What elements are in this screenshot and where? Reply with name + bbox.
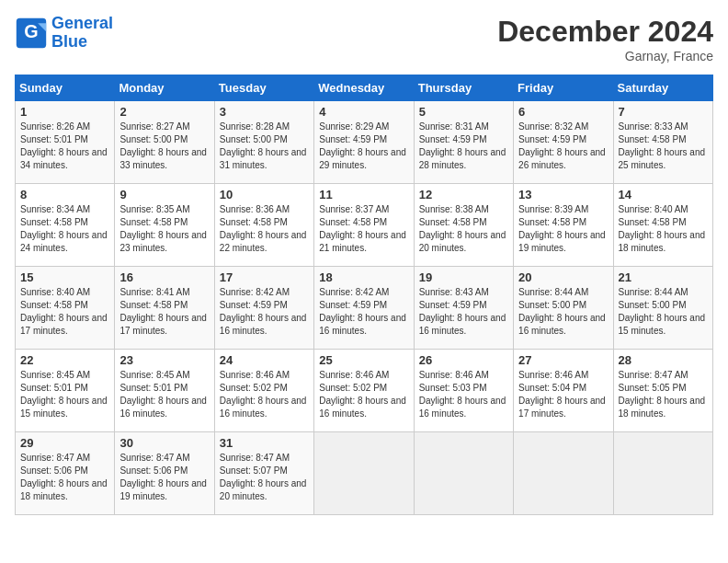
logo-icon: G (15, 17, 48, 50)
calendar-cell: 8 Sunrise: 8:34 AM Sunset: 4:58 PM Dayli… (16, 184, 115, 267)
day-info: Sunrise: 8:46 AM Sunset: 5:03 PM Dayligh… (419, 369, 508, 420)
day-info: Sunrise: 8:40 AM Sunset: 4:58 PM Dayligh… (619, 203, 708, 255)
day-number: 25 (319, 353, 408, 367)
day-info: Sunrise: 8:28 AM Sunset: 5:00 PM Dayligh… (220, 121, 309, 172)
day-info: Sunrise: 8:38 AM Sunset: 4:58 PM Dayligh… (419, 203, 508, 255)
day-number: 8 (20, 188, 109, 201)
calendar-table: SundayMondayTuesdayWednesdayThursdayFrid… (15, 75, 713, 515)
day-info: Sunrise: 8:35 AM Sunset: 4:58 PM Dayligh… (119, 203, 209, 255)
calendar-cell: 31 Sunrise: 8:47 AM Sunset: 5:07 PM Dayl… (214, 432, 313, 515)
calendar-cell: 26 Sunrise: 8:46 AM Sunset: 5:03 PM Dayl… (414, 350, 513, 432)
day-info: Sunrise: 8:43 AM Sunset: 4:59 PM Dayligh… (419, 286, 508, 338)
day-info: Sunrise: 8:31 AM Sunset: 4:59 PM Dayligh… (419, 121, 508, 172)
header-row: SundayMondayTuesdayWednesdayThursdayFrid… (16, 75, 713, 101)
day-number: 13 (518, 188, 608, 201)
calendar-cell: 16 Sunrise: 8:41 AM Sunset: 4:58 PM Dayl… (115, 267, 214, 350)
calendar-week-3: 15 Sunrise: 8:40 AM Sunset: 4:58 PM Dayl… (16, 267, 713, 350)
day-number: 1 (20, 105, 109, 119)
day-number: 15 (20, 270, 109, 284)
day-info: Sunrise: 8:47 AM Sunset: 5:06 PM Dayligh… (119, 452, 209, 503)
calendar-cell: 24 Sunrise: 8:46 AM Sunset: 5:02 PM Dayl… (214, 350, 313, 432)
day-info: Sunrise: 8:47 AM Sunset: 5:06 PM Dayligh… (20, 452, 109, 503)
day-number: 6 (518, 105, 608, 119)
header-cell-friday: Friday (514, 75, 613, 101)
calendar-cell: 3 Sunrise: 8:28 AM Sunset: 5:00 PM Dayli… (214, 101, 313, 184)
day-number: 3 (220, 105, 309, 119)
calendar-cell: 13 Sunrise: 8:39 AM Sunset: 4:58 PM Dayl… (514, 184, 613, 267)
calendar-cell: 25 Sunrise: 8:46 AM Sunset: 5:02 PM Dayl… (314, 350, 414, 432)
day-info: Sunrise: 8:27 AM Sunset: 5:00 PM Dayligh… (119, 121, 209, 172)
calendar-cell: 1 Sunrise: 8:26 AM Sunset: 5:01 PM Dayli… (16, 101, 115, 184)
calendar-cell: 2 Sunrise: 8:27 AM Sunset: 5:00 PM Dayli… (115, 101, 214, 184)
day-number: 27 (518, 353, 608, 367)
header-cell-sunday: Sunday (16, 75, 115, 101)
logo-text: General Blue (51, 15, 113, 52)
day-info: Sunrise: 8:46 AM Sunset: 5:02 PM Dayligh… (220, 369, 309, 420)
day-number: 29 (20, 436, 109, 450)
calendar-cell: 18 Sunrise: 8:42 AM Sunset: 4:59 PM Dayl… (314, 267, 414, 350)
calendar-cell: 7 Sunrise: 8:33 AM Sunset: 4:58 PM Dayli… (613, 101, 712, 184)
calendar-body: 1 Sunrise: 8:26 AM Sunset: 5:01 PM Dayli… (16, 101, 713, 515)
day-number: 4 (319, 105, 408, 119)
header-cell-tuesday: Tuesday (214, 75, 313, 101)
day-info: Sunrise: 8:26 AM Sunset: 5:01 PM Dayligh… (20, 121, 109, 172)
calendar-cell: 22 Sunrise: 8:45 AM Sunset: 5:01 PM Dayl… (16, 350, 115, 432)
calendar-cell: 20 Sunrise: 8:44 AM Sunset: 5:00 PM Dayl… (514, 267, 613, 350)
calendar-cell (314, 432, 414, 515)
logo: G General Blue (15, 15, 113, 52)
header-cell-thursday: Thursday (414, 75, 513, 101)
calendar-cell (613, 432, 712, 515)
day-number: 18 (319, 270, 408, 284)
calendar-cell: 14 Sunrise: 8:40 AM Sunset: 4:58 PM Dayl… (613, 184, 712, 267)
day-info: Sunrise: 8:40 AM Sunset: 4:58 PM Dayligh… (20, 286, 109, 338)
title-area: December 2024 Garnay, France (497, 15, 713, 63)
day-info: Sunrise: 8:45 AM Sunset: 5:01 PM Dayligh… (20, 369, 109, 420)
day-number: 22 (20, 353, 109, 367)
calendar-cell: 4 Sunrise: 8:29 AM Sunset: 4:59 PM Dayli… (314, 101, 414, 184)
day-number: 2 (119, 105, 209, 119)
day-number: 19 (419, 270, 508, 284)
day-number: 7 (619, 105, 708, 119)
day-number: 17 (220, 270, 309, 284)
day-info: Sunrise: 8:46 AM Sunset: 5:02 PM Dayligh… (319, 369, 408, 420)
header-cell-monday: Monday (115, 75, 214, 101)
calendar-cell: 21 Sunrise: 8:44 AM Sunset: 5:00 PM Dayl… (613, 267, 712, 350)
day-info: Sunrise: 8:44 AM Sunset: 5:00 PM Dayligh… (619, 286, 708, 338)
day-number: 5 (419, 105, 508, 119)
day-number: 14 (619, 188, 708, 201)
day-info: Sunrise: 8:32 AM Sunset: 4:59 PM Dayligh… (518, 121, 608, 172)
calendar-cell (414, 432, 513, 515)
day-info: Sunrise: 8:42 AM Sunset: 4:59 PM Dayligh… (220, 286, 309, 338)
calendar-week-4: 22 Sunrise: 8:45 AM Sunset: 5:01 PM Dayl… (16, 350, 713, 432)
day-number: 16 (119, 270, 209, 284)
header-cell-wednesday: Wednesday (314, 75, 414, 101)
day-info: Sunrise: 8:36 AM Sunset: 4:58 PM Dayligh… (220, 203, 309, 255)
calendar-cell: 19 Sunrise: 8:43 AM Sunset: 4:59 PM Dayl… (414, 267, 513, 350)
month-title: December 2024 (497, 15, 713, 49)
day-info: Sunrise: 8:41 AM Sunset: 4:58 PM Dayligh… (119, 286, 209, 338)
calendar-week-2: 8 Sunrise: 8:34 AM Sunset: 4:58 PM Dayli… (16, 184, 713, 267)
day-number: 11 (319, 188, 408, 201)
day-info: Sunrise: 8:45 AM Sunset: 5:01 PM Dayligh… (119, 369, 209, 420)
day-number: 9 (119, 188, 209, 201)
calendar-cell: 17 Sunrise: 8:42 AM Sunset: 4:59 PM Dayl… (214, 267, 313, 350)
calendar-cell: 6 Sunrise: 8:32 AM Sunset: 4:59 PM Dayli… (514, 101, 613, 184)
day-info: Sunrise: 8:33 AM Sunset: 4:58 PM Dayligh… (619, 121, 708, 172)
day-number: 12 (419, 188, 508, 201)
calendar-cell: 12 Sunrise: 8:38 AM Sunset: 4:58 PM Dayl… (414, 184, 513, 267)
day-number: 21 (619, 270, 708, 284)
day-info: Sunrise: 8:42 AM Sunset: 4:59 PM Dayligh… (319, 286, 408, 338)
day-info: Sunrise: 8:29 AM Sunset: 4:59 PM Dayligh… (319, 121, 408, 172)
header-cell-saturday: Saturday (613, 75, 712, 101)
svg-text:G: G (24, 21, 38, 41)
day-number: 31 (220, 436, 309, 450)
day-info: Sunrise: 8:37 AM Sunset: 4:58 PM Dayligh… (319, 203, 408, 255)
day-info: Sunrise: 8:47 AM Sunset: 5:05 PM Dayligh… (619, 369, 708, 420)
day-info: Sunrise: 8:44 AM Sunset: 5:00 PM Dayligh… (518, 286, 608, 338)
calendar-cell: 5 Sunrise: 8:31 AM Sunset: 4:59 PM Dayli… (414, 101, 513, 184)
calendar-cell: 15 Sunrise: 8:40 AM Sunset: 4:58 PM Dayl… (16, 267, 115, 350)
header: G General Blue December 2024 Garnay, Fra… (15, 15, 713, 63)
calendar-cell: 29 Sunrise: 8:47 AM Sunset: 5:06 PM Dayl… (16, 432, 115, 515)
calendar-cell: 11 Sunrise: 8:37 AM Sunset: 4:58 PM Dayl… (314, 184, 414, 267)
location: Garnay, France (497, 49, 713, 63)
